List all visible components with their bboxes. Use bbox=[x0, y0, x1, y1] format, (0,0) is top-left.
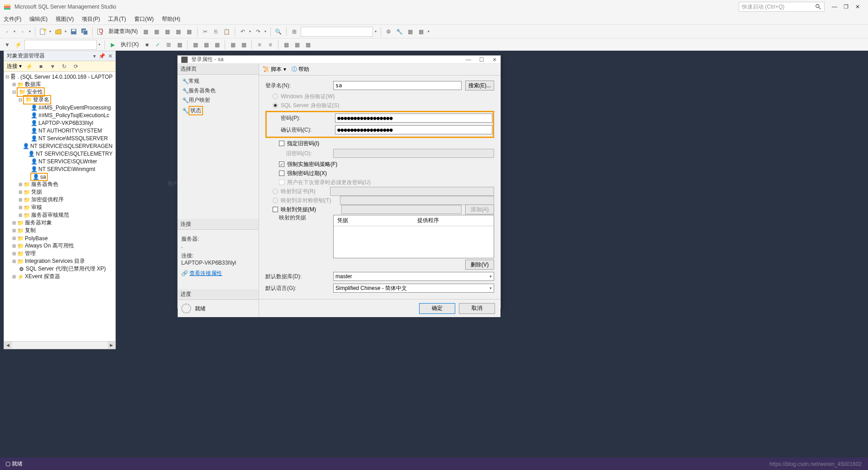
tree-audits[interactable]: 审核 bbox=[31, 204, 42, 211]
default-db-combo[interactable]: master▾ bbox=[333, 272, 494, 281]
tree-management[interactable]: 管理 bbox=[25, 250, 36, 257]
close-icon[interactable]: ✕ bbox=[855, 4, 862, 10]
tree-login-item[interactable]: NT Service\MSSQLSERVER bbox=[38, 135, 108, 142]
execute-button[interactable]: 执行(X) bbox=[119, 41, 141, 48]
opts-icon[interactable]: ▦ bbox=[175, 40, 184, 49]
maximize-icon[interactable]: ❐ bbox=[844, 4, 850, 10]
xmla-query-icon[interactable]: ▦ bbox=[185, 27, 194, 36]
dialog-close-icon[interactable]: ✕ bbox=[492, 57, 497, 63]
tree-crypto[interactable]: 加密提供程序 bbox=[31, 196, 64, 204]
tree-login-sa[interactable]: sa bbox=[40, 174, 46, 180]
tree-toggle[interactable]: ⊞ bbox=[11, 236, 17, 241]
indent-icon[interactable]: ≡ bbox=[255, 40, 264, 49]
map-cred-checkbox[interactable] bbox=[273, 207, 278, 212]
panel-pin-icon[interactable]: 📌 bbox=[99, 53, 105, 59]
tree-toggle[interactable]: ⊞ bbox=[18, 197, 23, 202]
panel-dropdown-icon[interactable]: ▾ bbox=[93, 53, 96, 59]
open-icon[interactable] bbox=[54, 27, 63, 36]
page-server-roles[interactable]: 🔧服务器角色 bbox=[178, 86, 259, 95]
stop2-icon[interactable]: ■ bbox=[36, 62, 45, 71]
cut-icon[interactable]: ✂ bbox=[201, 27, 210, 36]
tree-toggle[interactable]: ⊞ bbox=[11, 220, 17, 225]
scroll-right-icon[interactable]: ▶ bbox=[108, 342, 115, 349]
sync-icon[interactable]: ⟳ bbox=[71, 62, 80, 71]
tree-agent[interactable]: SQL Server 代理(已禁用代理 XP) bbox=[26, 265, 106, 273]
db-query-icon[interactable]: ▦ bbox=[142, 27, 151, 36]
refresh-icon[interactable]: ↻ bbox=[60, 62, 69, 71]
connect-button[interactable]: 连接 ▾ bbox=[7, 62, 22, 70]
redo-icon[interactable]: ↷ bbox=[254, 27, 263, 36]
tree-login-item[interactable]: NT SERVICE\Winmgmt bbox=[38, 166, 95, 172]
find-icon[interactable]: 🔍 bbox=[274, 27, 283, 36]
page-user-mapping[interactable]: 🔧用户映射 bbox=[178, 95, 259, 105]
specify-old-pw-checkbox[interactable] bbox=[279, 141, 284, 146]
mdx-query-icon[interactable]: ▦ bbox=[163, 27, 172, 36]
tool3-icon[interactable]: ▦ bbox=[406, 27, 415, 36]
tree-login-item[interactable]: NT SERVICE\SQLWriter bbox=[38, 158, 97, 165]
tree-integration[interactable]: Integration Services 目录 bbox=[25, 257, 85, 265]
tree-login-item[interactable]: LAPTOP-VKP6B33I\lyl bbox=[38, 120, 93, 126]
tree-xevent[interactable]: XEvent 探查器 bbox=[25, 273, 60, 280]
text-icon[interactable]: ▦ bbox=[202, 40, 211, 49]
object-tree[interactable]: ⊟🗄. (SQL Server 14.0.1000.169 - LAPTOP ⊞… bbox=[4, 72, 115, 341]
dialog-maximize-icon[interactable]: ☐ bbox=[479, 57, 484, 63]
database-combo[interactable] bbox=[24, 40, 97, 50]
menu-help[interactable]: 帮助(H) bbox=[162, 15, 180, 23]
scroll-left-icon[interactable]: ◀ bbox=[4, 342, 12, 349]
tree-logins[interactable]: 登录名 bbox=[33, 96, 49, 103]
copy-icon[interactable]: ⎘ bbox=[212, 27, 221, 36]
grid-icon[interactable]: ▦ bbox=[191, 40, 200, 49]
tool2-icon[interactable]: 🔧 bbox=[395, 27, 404, 36]
nav-back-icon[interactable]: ◦ bbox=[3, 27, 12, 36]
login-name-input[interactable] bbox=[333, 81, 462, 90]
tool1-icon[interactable]: ⚙ bbox=[384, 27, 393, 36]
tree-toggle[interactable]: ⊞ bbox=[18, 190, 23, 195]
dmx-query-icon[interactable]: ▦ bbox=[174, 27, 183, 36]
tree-toggle[interactable]: ⊞ bbox=[11, 243, 17, 248]
tree-login-item[interactable]: ##MS_PolicyEventProcessing bbox=[38, 104, 111, 111]
tree-toggle[interactable]: ⊞ bbox=[11, 228, 17, 233]
menu-window[interactable]: 窗口(W) bbox=[134, 15, 154, 23]
confirm-password-input[interactable] bbox=[335, 125, 492, 134]
tree-toggle[interactable]: ⊞ bbox=[11, 274, 17, 279]
tree-toggle[interactable]: ⊟ bbox=[18, 97, 23, 102]
tree-toggle[interactable]: ⊞ bbox=[18, 182, 23, 187]
tree-toggle[interactable]: ⊞ bbox=[11, 259, 17, 264]
stop-icon[interactable]: ■ bbox=[142, 40, 151, 49]
view-connection-link[interactable]: 查看连接属性 bbox=[189, 270, 222, 276]
tree-credentials[interactable]: 凭据 bbox=[31, 188, 42, 196]
props-icon[interactable]: ⊞ bbox=[290, 27, 299, 36]
dialog-titlebar[interactable]: 登录属性 - sa — ☐ ✕ bbox=[178, 56, 500, 64]
dialog-minimize-icon[interactable]: — bbox=[466, 57, 471, 63]
search-button[interactable]: 搜索(E)... bbox=[465, 81, 494, 90]
execute-icon[interactable]: ▶ bbox=[108, 40, 117, 49]
new-project-icon[interactable] bbox=[38, 27, 47, 36]
comment-icon[interactable]: ▦ bbox=[228, 40, 237, 49]
menu-file[interactable]: 文件(F) bbox=[4, 15, 21, 23]
filter-icon[interactable]: ▼ bbox=[3, 40, 12, 49]
tree-replication[interactable]: 复制 bbox=[25, 227, 36, 234]
tree-toggle[interactable]: ⊞ bbox=[18, 205, 23, 210]
new-query-button[interactable]: 新建查询(N) bbox=[107, 28, 140, 35]
tree-login-item[interactable]: ##MS_PolicyTsqlExecutionLc bbox=[38, 112, 109, 119]
outdent-icon[interactable]: ≡ bbox=[266, 40, 275, 49]
paste-icon[interactable]: 📋 bbox=[222, 27, 231, 36]
minimize-icon[interactable]: — bbox=[832, 4, 838, 10]
save-icon[interactable] bbox=[69, 27, 78, 36]
new-query-icon[interactable]: Q bbox=[96, 27, 105, 36]
page-status[interactable]: 🔧状态 bbox=[178, 105, 259, 116]
file-icon[interactable]: ▦ bbox=[212, 40, 222, 49]
horizontal-scrollbar[interactable]: ◀ ▶ bbox=[4, 341, 115, 349]
solution-combo[interactable] bbox=[301, 27, 373, 37]
connect-icon[interactable]: ⚡ bbox=[14, 40, 23, 49]
nav-fwd-icon[interactable]: ◦ bbox=[18, 27, 27, 36]
tool4-icon[interactable]: ▦ bbox=[417, 27, 426, 36]
misc1-icon[interactable]: ▦ bbox=[282, 40, 291, 49]
help-button[interactable]: ⓘ 帮助 bbox=[292, 66, 309, 73]
disconnect-icon[interactable]: ⚡ bbox=[24, 62, 33, 71]
enforce-expiration-checkbox[interactable] bbox=[279, 171, 284, 176]
tree-toggle[interactable]: ⊞ bbox=[11, 251, 17, 256]
uncomment-icon[interactable]: ▦ bbox=[239, 40, 248, 49]
tree-toggle[interactable]: ⊟ bbox=[5, 74, 10, 79]
tree-server-objects[interactable]: 服务器对象 bbox=[25, 219, 52, 227]
